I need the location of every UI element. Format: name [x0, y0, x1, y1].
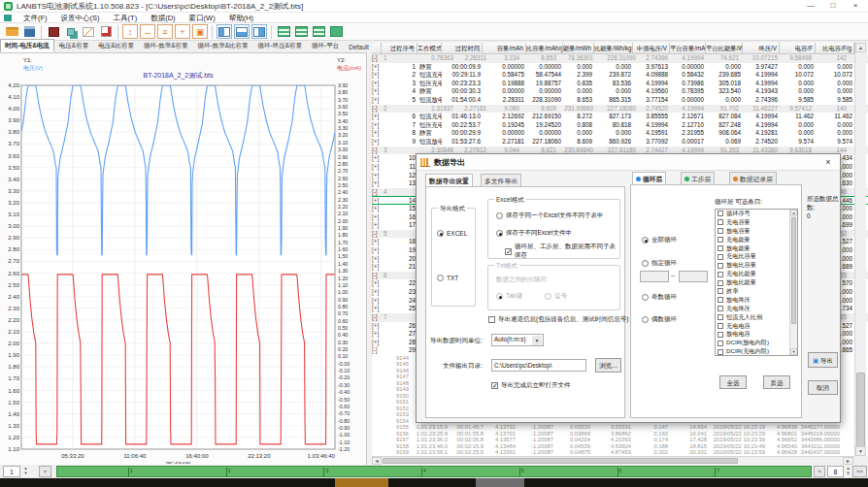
expand-icon[interactable]: [+]	[372, 205, 382, 213]
browse-button[interactable]: 浏览...	[595, 358, 621, 373]
expand-icon[interactable]: [+]	[372, 322, 382, 331]
expand-icon[interactable]: [+]	[372, 71, 382, 80]
step-row[interactable]: [+]4静置00:00:30.30.000000.000000.0000.000…	[372, 87, 868, 96]
radio-excel[interactable]: EXCEL	[437, 230, 467, 237]
close-icon[interactable]: ×	[845, 0, 866, 12]
header-cell-比能量/Wh/kg[interactable]: 比能量/Wh/kg	[594, 43, 633, 54]
cycle-summary-row[interactable]: [-]22.319372.271819.0808.609231.93660227…	[372, 105, 868, 114]
frame-icon[interactable]: ▣	[192, 24, 208, 39]
menu-item-文件(F)[interactable]: 文件(F)	[17, 13, 54, 23]
expand-icon[interactable]: [+]	[372, 246, 382, 255]
expand-icon[interactable]: [+]	[372, 197, 382, 204]
cycle-item-放电比能量[interactable]: 放电比能量	[716, 278, 797, 287]
collapse-icon[interactable]: [-]	[372, 146, 382, 155]
invert-selection-button[interactable]: 反选	[763, 375, 790, 389]
view-tab-Default[interactable]: Default	[344, 41, 374, 52]
expand-icon[interactable]: [+]	[372, 138, 382, 146]
expand-icon[interactable]: [+]	[372, 288, 382, 297]
scroll-left-icon[interactable]: ◄	[372, 457, 382, 465]
menu-item-数据(D)[interactable]: 数据(D)	[144, 13, 182, 23]
tab-record-layer[interactable]: 数据记录层	[729, 172, 777, 185]
report-icon[interactable]	[98, 24, 114, 39]
expand-icon[interactable]: [+]	[372, 80, 382, 88]
select-all-button[interactable]: 全选	[719, 375, 747, 389]
cycle-range-start-input[interactable]	[640, 271, 669, 282]
cycle-range-end-input[interactable]	[679, 271, 708, 282]
collapse-icon[interactable]: [-]	[372, 54, 382, 63]
view-tab-电压&比容量[interactable]: 电压&比容量	[93, 39, 139, 52]
record-row[interactable]: 91591.01:23:56.100:02:25.94.13391-1.2008…	[372, 449, 868, 456]
horizontal-scrollbar[interactable]: ◄ ►	[372, 456, 854, 465]
expand-icon[interactable]: [+]	[372, 330, 382, 339]
list-view-icon[interactable]	[276, 24, 291, 39]
fit-vertical-icon[interactable]: ↕	[122, 24, 138, 39]
radio-specified-cycles[interactable]: 指定循环	[642, 259, 677, 268]
header-cell-工作模式[interactable]: 工作模式	[417, 43, 442, 54]
cycle-item-DCIR(充电内阻)[interactable]: DCIR(充电内阻)	[716, 347, 797, 356]
cycle-item-充电电容[interactable]: 充电电容	[716, 322, 797, 331]
header-cell-expand[interactable]	[372, 43, 382, 54]
split-mixed-icon[interactable]	[251, 24, 267, 39]
view-tab-循环-效率&比容量[interactable]: 循环-效率&比容量	[193, 39, 253, 52]
left-page-spinner[interactable]: 1	[3, 466, 20, 477]
expand-icon[interactable]: [-]	[372, 346, 382, 355]
expand-icon[interactable]: [+]	[372, 121, 382, 130]
open-file-icon[interactable]	[4, 24, 19, 39]
step-row[interactable]: [+]9恒流放电01:53:27.62.27181227.180608.6098…	[372, 138, 868, 146]
scroll-up-icon[interactable]: ▲	[855, 43, 866, 52]
check-channel-info[interactable]: 导出通道信息(包括设备信息、测试时间信息等)	[488, 315, 628, 324]
expand-icon[interactable]: [+]	[372, 339, 382, 347]
save-icon[interactable]	[21, 24, 37, 39]
step-row[interactable]: [+]3恒压充电00:23:23.30.1988819.887570.83583…	[372, 80, 868, 88]
prev-page-button[interactable]: <	[39, 466, 51, 477]
view-tab-时间-电压&电流[interactable]: 时间-电压&电流	[0, 39, 54, 52]
expand-icon[interactable]: [+]	[372, 154, 382, 163]
minimize-icon[interactable]: —	[800, 0, 821, 12]
expand-icon[interactable]: [+]	[372, 63, 382, 72]
step-row[interactable]: [+]6恒流充电01:46:13.02.12692212.691508.2728…	[372, 113, 868, 121]
check-open-after-export[interactable]: 导出完成后立即打开文件	[491, 381, 571, 390]
header-cell-平台比能量/W[interactable]: 平台比能量/W	[706, 43, 743, 54]
vscroll-thumb[interactable]	[856, 373, 865, 450]
step-row[interactable]: [+]2恒流充电00:29:11.90.5847558.475442.39923…	[372, 71, 868, 80]
expand-icon[interactable]: [+]	[372, 221, 382, 230]
radio-diff-excel-file[interactable]: 保存于不同Excel文件中	[496, 229, 572, 238]
menu-item-窗口(W)[interactable]: 窗口(W)	[183, 13, 222, 23]
tab-step-layer[interactable]: 工步层	[681, 172, 715, 185]
left-spinner-arrows-icon[interactable]: ▲▼	[21, 466, 30, 475]
column-view-icon[interactable]	[311, 24, 326, 39]
header-cell-终压/V[interactable]: 终压/V	[743, 43, 780, 54]
expand-icon[interactable]: [+]	[372, 172, 382, 180]
cycle-item-放电能量[interactable]: 放电能量	[716, 244, 797, 253]
scroll-right-icon[interactable]: ►	[843, 457, 853, 465]
step-row[interactable]: [+]1静置00:00:09.90.000000.000000.0000.000…	[372, 63, 868, 72]
header-cell-比电容/F/g[interactable]: 比电容/F/g	[816, 43, 854, 54]
fit-all-icon[interactable]: +	[175, 24, 190, 39]
cycle-item-放电电容[interactable]: 放电电容	[716, 330, 797, 339]
step-row[interactable]: [+]5恒流放电01:54:00.42.28311228.310908.6538…	[372, 96, 868, 105]
tab-multifile-export[interactable]: 多文件导出	[481, 174, 521, 187]
block-view-icon[interactable]	[328, 24, 344, 39]
radio-comma-separator[interactable]: 逗号	[545, 292, 567, 301]
time-unit-dropdown[interactable]: Auto(h:m:s)▼	[491, 334, 544, 346]
cycle-item-充电能量[interactable]: 充电能量	[716, 236, 797, 244]
device-icon[interactable]	[46, 24, 61, 39]
last-page-button[interactable]: >>	[852, 466, 867, 477]
radio-same-excel-file[interactable]: 保存于同一个Excel文件不同子表中	[496, 211, 603, 220]
copy-icon[interactable]	[63, 24, 79, 39]
output-dir-input[interactable]: C:\Users\pc\Desktop\	[491, 359, 586, 372]
expand-icon[interactable]: [+]	[372, 96, 382, 105]
cancel-button[interactable]: 取消	[808, 380, 838, 395]
header-cell-电容/F[interactable]: 电容/F	[780, 43, 816, 54]
header-cell-容量/mAh[interactable]: 容量/mAh	[483, 43, 526, 54]
list-scroll-thumb[interactable]	[791, 217, 796, 324]
collapse-icon[interactable]: [-]	[372, 272, 382, 280]
expand-icon[interactable]: [+]	[372, 213, 382, 222]
menu-item-设置中心(S)[interactable]: 设置中心(S)	[54, 13, 107, 23]
fit-horizontal-icon[interactable]: ↔	[140, 24, 155, 39]
radio-all-cycles[interactable]: 全部循环	[642, 236, 677, 244]
cycle-item-充电比容量[interactable]: 充电比容量	[716, 252, 797, 261]
header-cell-过程时间[interactable]: 过程时间	[442, 43, 483, 54]
cycle-item-充电容量[interactable]: 充电容量	[716, 218, 797, 227]
expand-icon[interactable]: [+]	[372, 129, 382, 138]
